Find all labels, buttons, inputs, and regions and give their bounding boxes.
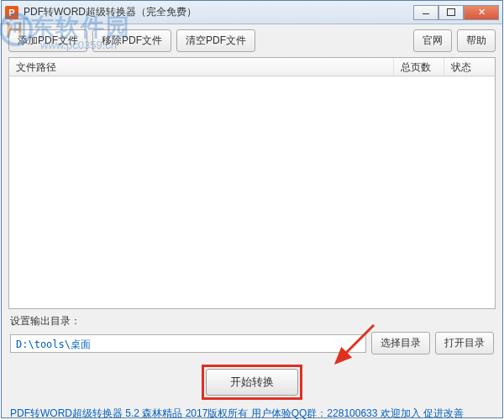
footer-text: PDF转WORD超级转换器 5.2 森林精品 2017版权所有 用户体验QQ群：…: [2, 405, 502, 420]
help-button[interactable]: 帮助: [457, 29, 496, 52]
file-list: 文件路径 总页数 状态: [8, 57, 496, 309]
choose-dir-button[interactable]: 选择目录: [371, 332, 430, 354]
open-dir-button[interactable]: 打开目录: [435, 332, 494, 354]
official-site-button[interactable]: 官网: [413, 29, 452, 52]
maximize-button[interactable]: [438, 5, 464, 20]
col-header-pages[interactable]: 总页数: [394, 58, 444, 76]
close-button[interactable]: [464, 5, 499, 20]
add-pdf-button[interactable]: 添加PDF文件: [8, 29, 87, 52]
window-title: PDF转WORD超级转换器（完全免费）: [24, 5, 413, 19]
list-header: 文件路径 总页数 状态: [9, 58, 495, 76]
clear-pdf-button[interactable]: 清空PDF文件: [176, 29, 255, 52]
remove-pdf-button[interactable]: 移除PDF文件: [92, 29, 171, 52]
output-section: 设置输出目录： D:\tools\桌面 选择目录 打开目录: [2, 309, 502, 356]
titlebar: P PDF转WORD超级转换器（完全免费）: [2, 1, 502, 24]
convert-row: 开始转换: [2, 356, 502, 405]
minimize-button[interactable]: [413, 5, 438, 20]
start-convert-button[interactable]: 开始转换: [206, 369, 298, 396]
window-controls: [413, 5, 499, 20]
toolbar: 添加PDF文件 移除PDF文件 清空PDF文件 官网 帮助: [2, 24, 502, 57]
col-header-status[interactable]: 状态: [444, 58, 495, 76]
list-body[interactable]: [9, 76, 495, 308]
output-label: 设置输出目录：: [10, 314, 494, 328]
convert-highlight-box: 开始转换: [202, 365, 302, 400]
col-header-path[interactable]: 文件路径: [9, 58, 394, 76]
app-icon: P: [5, 6, 18, 19]
output-path-field[interactable]: D:\tools\桌面: [10, 334, 366, 353]
